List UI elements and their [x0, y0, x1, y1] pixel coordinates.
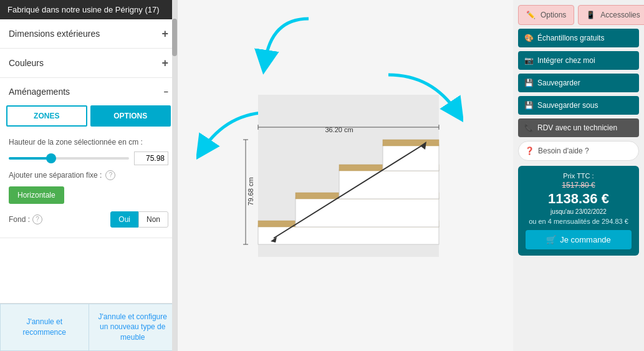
couleurs-section[interactable]: Couleurs + — [0, 49, 177, 78]
slider-track — [9, 157, 129, 160]
sauvegarder-sous-label: Sauvegarder sous — [537, 101, 598, 110]
hauteur-label: Hauteur de la zone sélectionnée en cm : — [9, 138, 168, 148]
sauvegarder-label: Sauvegarder — [537, 79, 580, 87]
integrer-button[interactable]: 📷 Intégrer chez moi — [518, 51, 639, 70]
header-title: Fabriqué dans notre usine de Périgny (17… — [7, 5, 160, 14]
amenagements-toggle: − — [163, 87, 168, 97]
besoin-label: Besoin d'aide ? — [538, 147, 589, 155]
fond-label: Fond : — [9, 215, 30, 224]
scrollbar-thumb[interactable] — [172, 19, 177, 56]
couleurs-label: Couleurs — [9, 58, 44, 68]
accessoires-icon: 📱 — [586, 11, 595, 19]
integrer-label: Intégrer chez moi — [537, 56, 595, 65]
rdv-icon: 📞 — [524, 123, 534, 132]
bottom-buttons: J'annule et recommence J'annule et confi… — [0, 303, 177, 351]
price-date: jusqu'au 23/02/2022 — [526, 208, 632, 215]
oui-non-group: Oui Non — [110, 211, 168, 228]
sauvegarder-button[interactable]: 💾 Sauvegarder — [518, 74, 639, 92]
hauteur-row — [9, 151, 168, 165]
sauvegarder-sous-icon: 💾 — [524, 101, 534, 110]
options-button[interactable]: OPTIONS — [90, 105, 171, 127]
accessoires-button[interactable]: 📱 Accessolies — [578, 5, 644, 25]
echantillons-label: Échantillons gratuits — [537, 34, 604, 42]
price-label: Prix TTC : — [526, 172, 632, 180]
price-original: 1517.80 € — [526, 181, 632, 190]
header-bar: Fabriqué dans notre usine de Périgny (17… — [0, 0, 177, 19]
height-label: 79.68 cm — [247, 177, 254, 205]
fond-label-group: Fond : ? — [9, 214, 42, 224]
commander-label: Je commande — [560, 235, 611, 244]
separation-label: Ajouter une séparation fixe : — [9, 171, 102, 180]
cart-icon: 🛒 — [546, 235, 556, 244]
zones-button[interactable]: ZONES — [6, 105, 87, 127]
echantillons-icon: 🎨 — [524, 34, 534, 42]
options-icon: ✏️ — [526, 11, 536, 19]
separation-row: Ajouter une séparation fixe : ? — [9, 170, 168, 180]
amenagements-label: Aménagements — [9, 87, 70, 97]
right-panel: ✏️ Options 📱 Accessolies 🎨 Échantillons … — [513, 0, 644, 351]
svg-rect-3 — [296, 198, 439, 227]
hauteur-input[interactable] — [134, 151, 168, 165]
besoin-icon: ❓ — [525, 147, 534, 155]
top-row-buttons: ✏️ Options 📱 Accessolies — [518, 5, 639, 25]
accessoires-label: Accessolies — [600, 11, 640, 19]
left-panel: Fabriqué dans notre usine de Périgny (17… — [0, 0, 178, 351]
hauteur-section: Hauteur de la zone sélectionnée en cm : … — [0, 133, 177, 238]
slider-thumb[interactable] — [46, 153, 56, 163]
hauteur-slider-container[interactable] — [9, 152, 129, 165]
svg-rect-7 — [383, 145, 439, 171]
staircase-diagram: 36.20 cm 79.68 cm — [239, 82, 451, 269]
oui-button[interactable]: Oui — [110, 211, 138, 228]
dimensions-label: Dimensions extérieures — [9, 29, 100, 39]
price-mensualite: ou en 4 mensualités de 294.83 € — [526, 218, 632, 225]
svg-rect-5 — [339, 170, 439, 199]
price-box: Prix TTC : 1517.80 € 1138.36 € jusqu'au … — [518, 166, 639, 256]
options-main-button[interactable]: ✏️ Options — [518, 5, 574, 25]
center-area: 36.20 cm 79.68 cm — [178, 0, 513, 351]
sauvegarder-icon: 💾 — [524, 79, 534, 87]
price-main: 1138.36 € — [526, 191, 632, 207]
annule-configure-button[interactable]: J'annule et configure un nouveau type de… — [89, 304, 178, 351]
rdv-button[interactable]: 📞 RDV avec un technicien — [518, 118, 639, 137]
integrer-icon: 📷 — [524, 56, 534, 65]
sauvegarder-sous-button[interactable]: 💾 Sauvegarder sous — [518, 96, 639, 115]
scrollbar[interactable] — [172, 0, 177, 351]
svg-rect-8 — [383, 140, 439, 146]
rdv-label: RDV avec un technicien — [537, 123, 617, 132]
annule-recommence-button[interactable]: J'annule et recommence — [0, 304, 89, 351]
dimensions-toggle: + — [161, 28, 168, 39]
fond-row: Fond : ? Oui Non — [9, 211, 168, 228]
dimensions-section[interactable]: Dimensions extérieures + — [0, 19, 177, 49]
commander-button[interactable]: 🛒 Je commande — [526, 230, 632, 249]
horizontale-button[interactable]: Horizontale — [9, 186, 64, 204]
non-button[interactable]: Non — [138, 211, 168, 228]
separation-help-icon[interactable]: ? — [105, 170, 115, 180]
amenagements-header[interactable]: Aménagements − — [0, 78, 177, 105]
slider-fill — [9, 157, 51, 160]
fond-help-icon[interactable]: ? — [32, 214, 42, 224]
echantillons-button[interactable]: 🎨 Échantillons gratuits — [518, 29, 639, 47]
couleurs-toggle: + — [161, 57, 168, 69]
arrow-top-icon — [252, 12, 327, 75]
amenagements-section: Aménagements − ZONES OPTIONS Hauteur de … — [0, 78, 177, 238]
options-main-label: Options — [541, 11, 566, 19]
svg-rect-1 — [258, 226, 439, 244]
besoin-button[interactable]: ❓ Besoin d'aide ? — [518, 141, 639, 161]
zones-options-row: ZONES OPTIONS — [6, 105, 171, 127]
